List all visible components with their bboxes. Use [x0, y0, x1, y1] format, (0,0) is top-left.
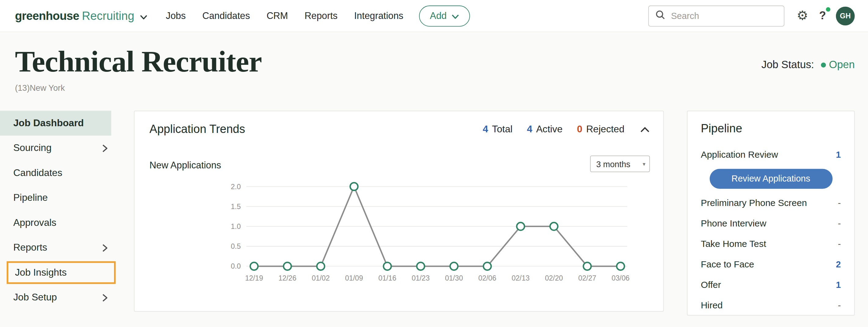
nav-jobs[interactable]: Jobs	[166, 10, 186, 22]
job-status: Job Status: Open	[761, 59, 855, 71]
x-axis-tick-label: 02/13	[512, 274, 530, 282]
sidebar-item-pipeline[interactable]: Pipeline	[0, 186, 117, 210]
search-box[interactable]	[648, 5, 784, 26]
avatar[interactable]: GH	[836, 6, 855, 25]
pipeline-stage-preliminary-phone-screen: Preliminary Phone Screen -	[701, 193, 841, 213]
pipeline-stage-face-to-face: Face to Face 2	[701, 254, 841, 274]
chevron-down-icon	[452, 10, 459, 22]
brand-switcher[interactable]: greenhouse Recruiting	[15, 9, 147, 22]
application-trends-card: Application Trends 4Total 4Active 0Rejec…	[134, 111, 663, 312]
chart-point	[450, 263, 458, 270]
stat-rejected: 0Rejected	[577, 124, 624, 135]
trends-stats: 4Total 4Active 0Rejected	[483, 124, 650, 135]
add-button-label: Add	[430, 10, 447, 22]
select-caret-icon: ▾	[643, 161, 646, 167]
nav-candidates[interactable]: Candidates	[202, 10, 250, 22]
review-applications-button[interactable]: Review Applications	[709, 169, 832, 189]
x-axis-tick-label: 01/02	[312, 274, 330, 282]
pipeline-stage-phone-interview: Phone Interview -	[701, 213, 841, 233]
chart-point	[617, 263, 624, 270]
chart-point	[350, 183, 358, 190]
x-axis-tick-label: 02/06	[478, 274, 496, 282]
job-status-label: Job Status:	[761, 59, 814, 71]
stat-active: 4Active	[527, 124, 563, 135]
help-icon[interactable]: ?	[819, 9, 826, 22]
trend-chart: 0.00.51.01.52.012/1912/2601/0201/0901/16…	[148, 177, 651, 293]
sidebar-item-sourcing[interactable]: Sourcing	[0, 136, 117, 161]
stage-label: Offer	[701, 280, 721, 290]
sidebar-item-label: Job Insights	[15, 267, 67, 279]
nav-crm[interactable]: CRM	[267, 10, 288, 22]
pipeline-title: Pipeline	[701, 121, 841, 135]
y-axis-tick-label: 2.0	[231, 183, 241, 191]
sidebar-item-label: Pipeline	[13, 192, 48, 203]
page-header: Technical Recruiter (13)New York Job Sta…	[0, 32, 868, 111]
stage-count[interactable]: 1	[836, 150, 841, 160]
settings-gear-icon[interactable]: ⚙	[797, 9, 808, 22]
stat-active-label: Active	[536, 124, 562, 134]
x-axis-tick-label: 12/19	[245, 274, 263, 282]
chart-point	[550, 223, 558, 230]
stage-count[interactable]: 1	[836, 280, 841, 290]
notification-dot	[826, 7, 830, 11]
y-axis-tick-label: 0.0	[231, 262, 241, 270]
x-axis-tick-label: 01/09	[345, 274, 363, 282]
y-axis-tick-label: 0.5	[231, 242, 241, 250]
sidebar-item-job-dashboard[interactable]: Job Dashboard	[0, 111, 111, 136]
chart-point	[317, 263, 324, 270]
stat-total: 4Total	[483, 124, 513, 135]
chevron-down-icon	[140, 11, 147, 22]
chevron-right-icon	[102, 144, 107, 153]
sidebar-item-label: Reports	[13, 242, 47, 254]
application-trends-chart: 0.00.51.01.52.012/1912/2601/0201/0901/16…	[148, 177, 651, 293]
stage-label: Phone Interview	[701, 218, 766, 229]
search-input[interactable]	[671, 11, 777, 21]
stat-total-label: Total	[492, 124, 513, 134]
job-meta: (13)New York	[15, 83, 855, 93]
stage-label: Face to Face	[701, 259, 754, 269]
sidebar-item-approvals[interactable]: Approvals	[0, 210, 117, 235]
stage-count: -	[838, 300, 841, 310]
nav-integrations[interactable]: Integrations	[354, 10, 403, 22]
job-status-value[interactable]: Open	[829, 59, 855, 71]
date-range-select[interactable]: 3 months ▾	[590, 156, 650, 172]
sidebar-item-job-insights[interactable]: Job Insights	[7, 261, 116, 284]
stat-rejected-label: Rejected	[586, 124, 624, 134]
main-nav: Jobs Candidates CRM Reports Integrations	[166, 10, 403, 22]
sidebar-item-reports[interactable]: Reports	[0, 235, 117, 260]
stage-count[interactable]: 2	[836, 259, 841, 269]
stage-label: Application Review	[701, 150, 778, 160]
sidebar-item-label: Job Setup	[13, 292, 57, 303]
x-axis-tick-label: 12/26	[278, 274, 297, 282]
status-dot-icon	[820, 62, 826, 67]
chevron-right-icon	[102, 293, 107, 302]
stat-active-value: 4	[527, 124, 532, 134]
pipeline-stage-offer: Offer 1	[701, 274, 841, 295]
sidebar-item-label: Sourcing	[13, 142, 51, 154]
nav-reports[interactable]: Reports	[305, 10, 338, 22]
x-axis-tick-label: 02/27	[578, 274, 596, 282]
x-axis-tick-label: 02/20	[545, 274, 563, 282]
x-axis-tick-label: 01/30	[445, 274, 463, 282]
stage-count: -	[838, 198, 841, 208]
stat-total-value: 4	[483, 124, 488, 134]
stage-count: -	[838, 239, 841, 249]
sidebar-item-candidates[interactable]: Candidates	[0, 160, 117, 186]
job-sidebar: Job Dashboard Sourcing Candidates Pipeli…	[0, 111, 117, 310]
stage-label: Take Home Test	[701, 239, 766, 249]
sidebar-item-label: Approvals	[13, 217, 56, 229]
product-name: Recruiting	[82, 9, 134, 22]
x-axis-tick-label: 03/06	[612, 274, 630, 282]
collapse-chevron-up-icon[interactable]	[640, 126, 650, 133]
chart-point	[417, 263, 425, 270]
chart-point	[250, 263, 258, 270]
pipeline-stage-application-review: Application Review 1	[701, 144, 841, 165]
sidebar-item-job-setup[interactable]: Job Setup	[0, 285, 117, 310]
add-button[interactable]: Add	[419, 5, 470, 26]
x-axis-tick-label: 01/23	[412, 274, 430, 282]
pipeline-stage-take-home-test: Take Home Test -	[701, 233, 841, 254]
chart-point	[517, 223, 524, 230]
series-label: New Applications	[150, 160, 221, 171]
top-bar: greenhouse Recruiting Jobs Candidates CR…	[0, 0, 868, 32]
sidebar-item-label: Job Dashboard	[13, 117, 84, 129]
